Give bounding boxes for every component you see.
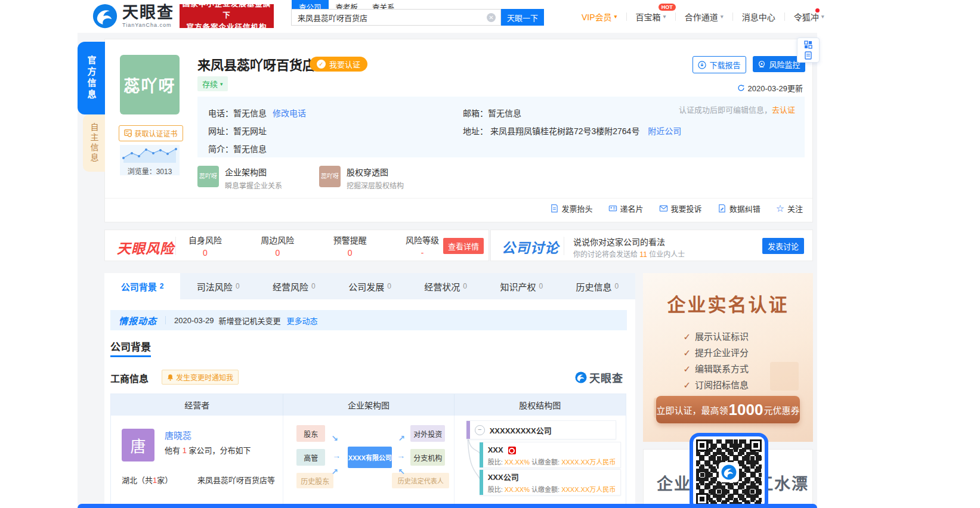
side-tab-self-info[interactable]: 自主信息 — [83, 114, 105, 172]
operator-companies: 来凤县蕊吖呀百货店等 — [197, 474, 275, 485]
edit-phone-link[interactable]: 修改电话 — [273, 107, 306, 119]
feature-thumb: 蕊吖呀 — [319, 166, 341, 187]
operator-desc: 他有 1 家公司，分布如下 — [165, 444, 251, 456]
risk-item-self[interactable]: 自身风险 0 — [188, 234, 222, 258]
risk-logo: 天眼风险 — [117, 237, 174, 258]
tab-legal-risk[interactable]: 司法风险0 — [180, 273, 256, 299]
invoice-title-button[interactable]: 发票抬头 — [550, 203, 593, 214]
certificate-icon — [124, 129, 132, 137]
download-report-button[interactable]: 下载报告 — [693, 56, 746, 73]
company-name: 来凤县蕊吖呀百货店 — [197, 54, 316, 73]
risk-item-warning[interactable]: 预警提醒 0 — [333, 234, 367, 258]
tab-history-info[interactable]: 历史信息0 — [559, 273, 635, 299]
mini-report-icon — [804, 51, 812, 60]
tab-company-development[interactable]: 公司发展0 — [332, 273, 407, 299]
company-info-box: 电话： 暂无信息 修改电话 邮箱：暂无信息 网址： 暂无网址 地址： 来凤县翔凤… — [197, 97, 805, 157]
risk-item-level[interactable]: 风险等级 - — [406, 234, 439, 258]
invoice-icon — [550, 204, 559, 213]
complaint-button[interactable]: 我要投诉 — [659, 203, 702, 214]
views-chart — [120, 145, 180, 163]
verification-promo-panel: 企业实名认证 ✓展示认证标识 ✓提升企业评分 ✓编辑联系方式 ✓订阅招标信息 立… — [643, 273, 813, 442]
chevron-down-icon: ▾ — [663, 13, 666, 20]
nav-toolbox[interactable]: 百宝箱 ▾ HOT — [636, 11, 666, 23]
watermark-logo: 天眼查 — [575, 370, 623, 385]
table-body-row: 唐 唐晓蕊 他有 1 家公司，分布如下 湖北（共1家） 来凤县蕊吖呀百货店等 股… — [111, 416, 626, 508]
equity-child-row[interactable]: XXX 股比: XX.XX% 认缴金额: XXXX.XX万人民币 — [480, 442, 621, 468]
follow-button[interactable]: ☆ 关注 — [776, 203, 803, 214]
tab-company-background[interactable]: 公司背景2 — [104, 273, 180, 299]
equity-child-row[interactable]: XXX公司 股比: XX.XX% 认缴金额: XXXX.XX万人民币 — [480, 469, 621, 495]
table-header-row: 经营者 企业架构图 股权结构图 — [111, 394, 626, 416]
nav-vip[interactable]: VIP会员 ▾ — [582, 11, 617, 23]
arrow-icon: → — [397, 451, 405, 460]
arrow-icon: → — [332, 451, 341, 460]
risk-item-surrounding[interactable]: 周边风险 0 — [261, 234, 294, 258]
info-email: 邮箱：暂无信息 — [463, 107, 521, 119]
change-notify-button[interactable]: 发生变更时通知我 — [162, 370, 239, 385]
pageviews-box: 浏览量：3013 — [120, 145, 180, 175]
tab-operation-risk[interactable]: 经营风险0 — [256, 273, 332, 299]
get-cert-button[interactable]: 获取认证证书 — [119, 125, 183, 141]
check-icon: ✓ — [684, 361, 691, 377]
org-node-executives: 高管 — [296, 449, 325, 466]
equity-penetration-link[interactable]: 蕊吖呀 股权穿透图 挖掘深层股权结构 — [319, 166, 404, 190]
news-text: 新增登记机关变更 — [219, 315, 281, 326]
arrow-icon: ↖ — [398, 467, 405, 476]
section-tabbar: 公司背景2 司法风险0 经营风险0 公司发展0 经营状况0 知识产权0 历史信息… — [104, 273, 635, 299]
arrow-icon: ↘ — [331, 433, 338, 443]
news-date: 2020-03-29 — [174, 316, 214, 325]
tab-intellectual-property[interactable]: 知识产权0 — [484, 273, 559, 299]
qr-code — [696, 439, 762, 505]
status-badge[interactable]: 存续 ▾ — [197, 76, 228, 91]
verify-now-button[interactable]: 立即认证，最高领 1000 元优惠券 — [656, 396, 800, 423]
refresh-icon — [737, 84, 745, 92]
qr-code-widget — [690, 433, 768, 508]
operator-cell: 唐 唐晓蕊 他有 1 家公司，分布如下 湖北（共1家） 来凤县蕊吖呀百货店等 — [111, 416, 283, 508]
risk-card: 天眼风险 自身风险 0 周边风险 0 预警提醒 0 风险等级 - 查看详情 — [104, 230, 489, 261]
company-card: 蕊吖呀 获取认证证书 浏览量：3013 — [104, 39, 813, 222]
clear-search-icon[interactable]: ✕ — [487, 13, 496, 22]
nav-user[interactable]: 令狐冲 ▾ — [794, 11, 824, 23]
post-discussion-button[interactable]: 发表讨论 — [762, 238, 804, 254]
side-tab-official-info[interactable]: 官方信息 — [78, 42, 105, 114]
data-correction-button[interactable]: 数据纠错 — [718, 203, 760, 214]
bell-icon — [167, 374, 174, 381]
equity-root-row[interactable]: − XXXXXXXXX公司 — [466, 420, 616, 439]
update-date: 2020-03-29更新 — [737, 82, 803, 94]
promo-title: 企业实名认证 — [643, 290, 813, 317]
org-chart-link[interactable]: 蕊吖呀 企业架构图 瞬息掌握企业关系 — [197, 166, 282, 190]
search-input[interactable] — [296, 13, 487, 23]
discussion-title: 说说你对这家公司的看法 — [573, 236, 665, 247]
mini-qr-icon — [804, 41, 812, 49]
equity-structure-cell[interactable]: − XXXXXXXXX公司 XXX 股比: XX.XX% 认缴金额: XXXX.… — [455, 416, 626, 508]
divider — [105, 198, 812, 199]
nav-messages[interactable]: 消息中心 — [742, 11, 775, 23]
search-box: ✕ — [291, 9, 501, 26]
check-icon: ✓ — [684, 345, 691, 361]
tab-operation-status[interactable]: 经营状况0 — [408, 273, 484, 299]
risk-detail-button[interactable]: 查看详情 — [443, 238, 484, 254]
download-icon — [698, 61, 706, 69]
go-verify-link[interactable]: 去认证 — [772, 106, 795, 114]
red-badge-icon — [508, 447, 516, 454]
tianyancha-logo-icon — [92, 4, 118, 29]
business-card-button[interactable]: 递名片 — [608, 203, 644, 214]
verify-button[interactable]: ✓ 我要认证 — [310, 57, 367, 72]
operator-region: 湖北（共1家） — [122, 474, 172, 485]
operator-name-link[interactable]: 唐晓蕊 — [165, 429, 191, 441]
floating-widget[interactable] — [797, 38, 820, 63]
avatar: 唐 — [122, 429, 154, 461]
nearby-companies-link[interactable]: 附近公司 — [648, 126, 681, 136]
search-button[interactable]: 天眼一下 — [501, 9, 544, 26]
nav-cooperation[interactable]: 合作通道 ▾ — [685, 11, 724, 23]
monitor-icon — [758, 60, 766, 69]
org-chart-cell[interactable]: 股东 高管 历史股东 XXXX有限公司 对外投资 分支机构 历史法定代表人 ↘ … — [283, 416, 454, 508]
chevron-down-icon: ▾ — [821, 13, 824, 20]
chevron-down-icon: ▾ — [721, 13, 724, 20]
notification-dot — [815, 8, 820, 13]
more-news-link[interactable]: 更多动态 — [287, 315, 318, 326]
collapse-icon[interactable]: − — [475, 425, 485, 435]
arrow-icon: ↗ — [331, 467, 338, 476]
site-logo[interactable]: 天眼查 TianYanCha.com — [92, 4, 174, 29]
bottom-bar[interactable] — [78, 504, 817, 508]
